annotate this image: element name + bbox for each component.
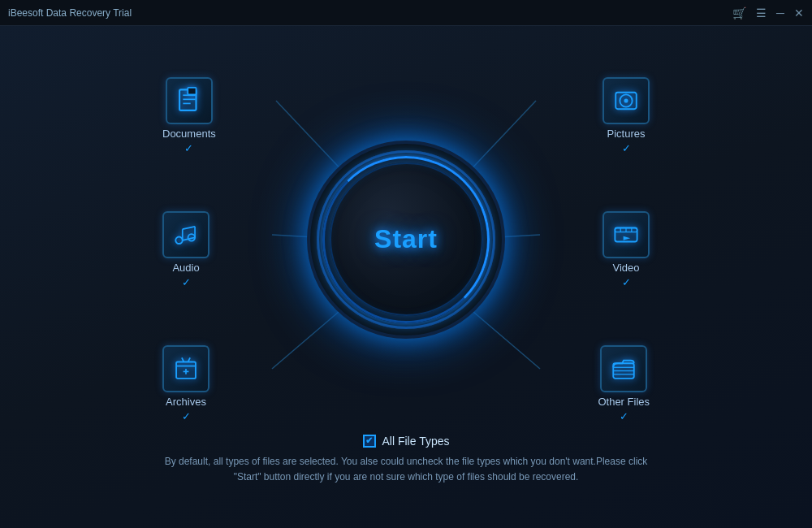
titlebar: iBeesoft Data Recovery Trial 🛒 ☰ ─ ✕: [0, 0, 812, 26]
audio-icon: [172, 221, 200, 249]
pictures-check: ✓: [622, 143, 631, 154]
file-type-archives[interactable]: Archives ✓: [162, 345, 209, 422]
all-file-types-row: ✔ All File Types: [363, 435, 450, 448]
svg-marker-30: [624, 236, 631, 240]
other-label: Other Files: [598, 396, 650, 408]
other-check: ✓: [620, 411, 628, 422]
audio-label: Audio: [172, 262, 199, 274]
minimize-icon[interactable]: ─: [776, 6, 784, 19]
pictures-label: Pictures: [607, 128, 646, 140]
audio-check: ✓: [182, 277, 191, 288]
window-controls: 🛒 ☰ ─ ✕: [732, 6, 804, 19]
archives-icon: [172, 355, 200, 383]
file-type-pictures[interactable]: Pictures ✓: [603, 77, 650, 154]
svg-point-11: [175, 236, 183, 244]
documents-icon: [175, 87, 203, 115]
documents-check: ✓: [184, 143, 193, 154]
svg-point-24: [624, 98, 628, 102]
start-label: Start: [374, 224, 438, 254]
close-icon[interactable]: ✕: [794, 6, 804, 19]
start-button[interactable]: Start: [317, 150, 495, 329]
menu-icon[interactable]: ☰: [756, 6, 767, 19]
other-icon-box: [600, 345, 647, 392]
video-label: Video: [612, 262, 639, 274]
file-type-video[interactable]: Video ✓: [603, 211, 650, 288]
bottom-section: ✔ All File Types By default, all types o…: [154, 435, 658, 485]
svg-line-16: [183, 227, 195, 229]
audio-icon-box: [162, 211, 209, 258]
description-text: By default, all types of files are selec…: [154, 454, 658, 485]
all-file-types-label: All File Types: [382, 435, 450, 448]
file-type-documents[interactable]: Documents ✓: [162, 77, 216, 154]
pictures-icon-box: [603, 77, 650, 124]
main-content: Documents ✓ Audio ✓: [0, 26, 812, 528]
center-area: Documents ✓ Audio ✓: [122, 53, 690, 426]
svg-rect-10: [188, 88, 196, 95]
file-type-audio[interactable]: Audio ✓: [162, 211, 209, 288]
documents-label: Documents: [162, 128, 216, 140]
archives-check: ✓: [182, 411, 191, 422]
checkbox-check-icon: ✔: [365, 436, 373, 445]
all-file-types-checkbox[interactable]: ✔: [363, 435, 376, 448]
pictures-icon: [612, 87, 640, 115]
other-files-icon: [610, 355, 637, 383]
app-title: iBeesoft Data Recovery Trial: [8, 7, 132, 19]
file-type-other[interactable]: Other Files ✓: [598, 345, 650, 422]
documents-icon-box: [166, 77, 213, 124]
video-check: ✓: [622, 277, 631, 288]
video-icon: [612, 221, 640, 249]
video-icon-box: [603, 211, 650, 258]
archives-icon-box: [162, 345, 209, 392]
cart-icon[interactable]: 🛒: [732, 6, 746, 19]
archives-label: Archives: [166, 396, 206, 408]
